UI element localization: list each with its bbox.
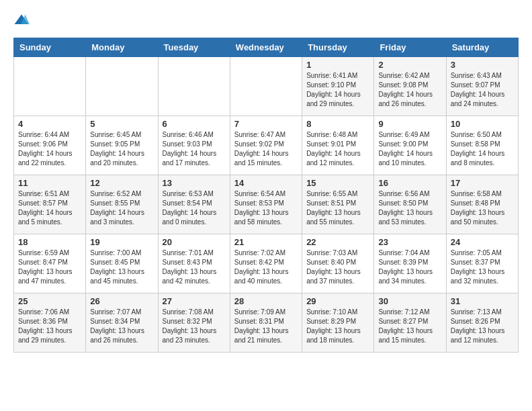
day-number: 25: [18, 296, 81, 306]
day-cell: 27Sunrise: 7:08 AM Sunset: 8:32 PM Dayli…: [158, 293, 230, 353]
day-cell: 17Sunrise: 6:58 AM Sunset: 8:48 PM Dayli…: [446, 175, 518, 234]
day-cell: 5Sunrise: 6:45 AM Sunset: 9:05 PM Daylig…: [86, 116, 158, 175]
logo: [13, 13, 32, 27]
day-info: Sunrise: 7:10 AM Sunset: 8:29 PM Dayligh…: [306, 308, 369, 345]
day-number: 23: [378, 237, 441, 247]
day-info: Sunrise: 7:03 AM Sunset: 8:40 PM Dayligh…: [306, 248, 369, 286]
day-info: Sunrise: 6:49 AM Sunset: 9:00 PM Dayligh…: [378, 130, 441, 168]
day-info: Sunrise: 6:42 AM Sunset: 9:08 PM Dayligh…: [378, 71, 441, 109]
day-cell: 22Sunrise: 7:03 AM Sunset: 8:40 PM Dayli…: [302, 234, 374, 293]
weekday-header-saturday: Saturday: [446, 38, 518, 57]
day-info: Sunrise: 6:56 AM Sunset: 8:50 PM Dayligh…: [378, 189, 441, 227]
day-cell: [158, 57, 230, 116]
day-number: 29: [306, 296, 369, 306]
day-info: Sunrise: 7:13 AM Sunset: 8:26 PM Dayligh…: [451, 308, 514, 345]
day-number: 3: [451, 60, 514, 70]
weekday-header-friday: Friday: [374, 38, 446, 57]
day-info: Sunrise: 6:41 AM Sunset: 9:10 PM Dayligh…: [306, 71, 369, 109]
day-cell: 19Sunrise: 7:00 AM Sunset: 8:45 PM Dayli…: [86, 234, 158, 293]
day-cell: 13Sunrise: 6:53 AM Sunset: 8:54 PM Dayli…: [158, 175, 230, 234]
day-cell: 24Sunrise: 7:05 AM Sunset: 8:37 PM Dayli…: [446, 234, 518, 293]
day-info: Sunrise: 7:12 AM Sunset: 8:27 PM Dayligh…: [378, 308, 441, 345]
day-info: Sunrise: 6:53 AM Sunset: 8:54 PM Dayligh…: [163, 189, 226, 227]
week-row-5: 25Sunrise: 7:06 AM Sunset: 8:36 PM Dayli…: [14, 293, 519, 353]
day-number: 20: [163, 237, 226, 247]
day-cell: 18Sunrise: 6:59 AM Sunset: 8:47 PM Dayli…: [14, 234, 86, 293]
day-cell: 4Sunrise: 6:44 AM Sunset: 9:06 PM Daylig…: [14, 116, 86, 175]
day-cell: 25Sunrise: 7:06 AM Sunset: 8:36 PM Dayli…: [14, 293, 86, 353]
day-cell: 6Sunrise: 6:46 AM Sunset: 9:03 PM Daylig…: [158, 116, 230, 175]
day-number: 27: [163, 296, 226, 306]
weekday-header-wednesday: Wednesday: [230, 38, 302, 57]
day-number: 7: [234, 119, 298, 129]
weekday-header-tuesday: Tuesday: [158, 38, 230, 57]
day-info: Sunrise: 6:58 AM Sunset: 8:48 PM Dayligh…: [451, 189, 514, 227]
day-info: Sunrise: 7:09 AM Sunset: 8:31 PM Dayligh…: [234, 308, 298, 345]
week-row-4: 18Sunrise: 6:59 AM Sunset: 8:47 PM Dayli…: [14, 234, 519, 293]
day-number: 13: [163, 178, 226, 188]
day-number: 16: [378, 178, 441, 188]
day-info: Sunrise: 6:44 AM Sunset: 9:06 PM Dayligh…: [18, 130, 81, 168]
day-info: Sunrise: 7:06 AM Sunset: 8:36 PM Dayligh…: [18, 308, 81, 345]
day-info: Sunrise: 6:50 AM Sunset: 8:58 PM Dayligh…: [451, 130, 514, 168]
weekday-header-thursday: Thursday: [302, 38, 374, 57]
day-number: 6: [163, 119, 226, 129]
day-info: Sunrise: 7:07 AM Sunset: 8:34 PM Dayligh…: [90, 308, 153, 345]
day-info: Sunrise: 7:00 AM Sunset: 8:45 PM Dayligh…: [90, 248, 153, 286]
day-number: 22: [306, 237, 369, 247]
day-cell: 30Sunrise: 7:12 AM Sunset: 8:27 PM Dayli…: [374, 293, 446, 353]
day-info: Sunrise: 6:55 AM Sunset: 8:51 PM Dayligh…: [306, 189, 369, 227]
day-cell: 23Sunrise: 7:04 AM Sunset: 8:39 PM Dayli…: [374, 234, 446, 293]
day-cell: 28Sunrise: 7:09 AM Sunset: 8:31 PM Dayli…: [230, 293, 302, 353]
day-number: 26: [90, 296, 153, 306]
day-cell: [14, 57, 86, 116]
day-info: Sunrise: 6:48 AM Sunset: 9:01 PM Dayligh…: [306, 130, 369, 168]
day-info: Sunrise: 7:08 AM Sunset: 8:32 PM Dayligh…: [163, 308, 226, 345]
day-cell: 16Sunrise: 6:56 AM Sunset: 8:50 PM Dayli…: [374, 175, 446, 234]
day-number: 17: [451, 178, 514, 188]
calendar-table: SundayMondayTuesdayWednesdayThursdayFrid…: [13, 38, 519, 353]
day-info: Sunrise: 7:05 AM Sunset: 8:37 PM Dayligh…: [451, 248, 514, 286]
day-cell: 2Sunrise: 6:42 AM Sunset: 9:08 PM Daylig…: [374, 57, 446, 116]
day-number: 24: [451, 237, 514, 247]
day-number: 12: [90, 178, 153, 188]
day-info: Sunrise: 6:46 AM Sunset: 9:03 PM Dayligh…: [163, 130, 226, 168]
page-header: [13, 13, 519, 27]
day-info: Sunrise: 6:51 AM Sunset: 8:57 PM Dayligh…: [18, 189, 81, 227]
day-cell: 15Sunrise: 6:55 AM Sunset: 8:51 PM Dayli…: [302, 175, 374, 234]
day-info: Sunrise: 6:47 AM Sunset: 9:02 PM Dayligh…: [234, 130, 298, 168]
day-cell: 21Sunrise: 7:02 AM Sunset: 8:42 PM Dayli…: [230, 234, 302, 293]
day-cell: [86, 57, 158, 116]
logo-icon: [13, 13, 30, 27]
day-info: Sunrise: 7:04 AM Sunset: 8:39 PM Dayligh…: [378, 248, 441, 286]
day-number: 28: [234, 296, 298, 306]
day-cell: 8Sunrise: 6:48 AM Sunset: 9:01 PM Daylig…: [302, 116, 374, 175]
week-row-3: 11Sunrise: 6:51 AM Sunset: 8:57 PM Dayli…: [14, 175, 519, 234]
day-number: 2: [378, 60, 441, 70]
day-cell: 12Sunrise: 6:52 AM Sunset: 8:55 PM Dayli…: [86, 175, 158, 234]
day-info: Sunrise: 6:45 AM Sunset: 9:05 PM Dayligh…: [90, 130, 153, 168]
weekday-header-sunday: Sunday: [14, 38, 86, 57]
day-info: Sunrise: 6:54 AM Sunset: 8:53 PM Dayligh…: [234, 189, 298, 227]
day-cell: 29Sunrise: 7:10 AM Sunset: 8:29 PM Dayli…: [302, 293, 374, 353]
weekday-header-row: SundayMondayTuesdayWednesdayThursdayFrid…: [14, 38, 519, 57]
day-number: 31: [451, 296, 514, 306]
day-number: 11: [18, 178, 81, 188]
day-number: 21: [234, 237, 298, 247]
day-number: 30: [378, 296, 441, 306]
day-cell: 20Sunrise: 7:01 AM Sunset: 8:43 PM Dayli…: [158, 234, 230, 293]
day-number: 18: [18, 237, 81, 247]
day-cell: 26Sunrise: 7:07 AM Sunset: 8:34 PM Dayli…: [86, 293, 158, 353]
day-number: 10: [451, 119, 514, 129]
day-number: 8: [306, 119, 369, 129]
day-cell: 3Sunrise: 6:43 AM Sunset: 9:07 PM Daylig…: [446, 57, 518, 116]
day-info: Sunrise: 7:01 AM Sunset: 8:43 PM Dayligh…: [163, 248, 226, 286]
day-number: 9: [378, 119, 441, 129]
day-cell: [230, 57, 302, 116]
day-number: 14: [234, 178, 298, 188]
day-number: 1: [306, 60, 369, 70]
day-number: 5: [90, 119, 153, 129]
day-info: Sunrise: 6:43 AM Sunset: 9:07 PM Dayligh…: [451, 71, 514, 109]
weekday-header-monday: Monday: [86, 38, 158, 57]
day-number: 19: [90, 237, 153, 247]
